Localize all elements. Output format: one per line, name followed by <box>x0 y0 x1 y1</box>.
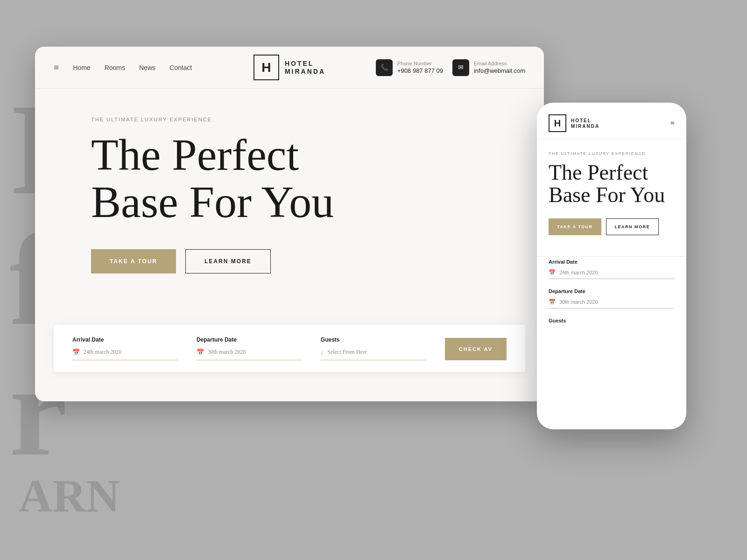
hero-buttons: TAKE A TOUR LEARN MORE <box>91 249 525 273</box>
mobile-title-line1: The Perfect <box>549 161 648 184</box>
hamburger-icon[interactable]: ≡ <box>54 62 59 73</box>
email-icon: ✉ <box>452 59 469 76</box>
phone-contact: 📞 Phone Number +908 987 877 09 <box>376 59 443 76</box>
logo-text: HOTEL MIRANDA <box>285 60 325 75</box>
desktop-mockup: ≡ Home Rooms News Contact H HOTEL MIRAND… <box>35 47 544 401</box>
departure-calendar-icon: 📅 <box>197 349 204 356</box>
logo-hotel: HOTEL <box>285 60 325 68</box>
guests-down-icon: ↓ <box>321 349 324 356</box>
take-tour-button[interactable]: TAKE A TOUR <box>91 249 176 273</box>
nav-contact[interactable]: Contact <box>169 64 192 71</box>
desktop-hero: THE ULTIMATE LUXURY EXPERIENCE The Perfe… <box>35 89 544 325</box>
mobile-guests-label: Guests <box>549 318 675 323</box>
hero-title: The Perfect Base For You <box>91 132 525 226</box>
mobile-hero-title: The Perfect Base For You <box>549 161 675 207</box>
mobile-departure-field: Departure Date 📅 30th march 2020 <box>549 288 675 308</box>
guests-label: Guests <box>321 336 426 343</box>
nav-news[interactable]: News <box>139 64 155 71</box>
arrival-label: Arrival Date <box>72 336 178 343</box>
phone-label: Phone Number <box>397 61 443 66</box>
guests-input-wrapper[interactable]: ↓ Select From Here <box>321 349 426 360</box>
phone-value: +908 987 877 09 <box>397 67 443 74</box>
desktop-logo: H HOTEL MIRANDA <box>254 55 325 80</box>
mobile-departure-calendar-icon: 📅 <box>549 299 556 305</box>
mobile-arrival-field: Arrival Date 📅 24th march 2020 <box>549 259 675 279</box>
arrival-input-wrapper[interactable]: 📅 24th march 2020 <box>72 349 178 360</box>
desktop-nav: Home Rooms News Contact <box>73 64 192 71</box>
mobile-header: H HOTEL MIRANDA ≡ <box>537 103 686 140</box>
departure-field: Departure Date 📅 30th march 2020 <box>197 336 302 360</box>
mobile-logo-hotel: HOTEL <box>571 118 599 124</box>
mobile-hero-subtitle: THE ULTIMATE LUXURY EXPERIENCE <box>549 151 675 156</box>
email-info: Email Address info@webmail.com <box>474 61 525 75</box>
mobile-arrival-value: 24th march 2020 <box>559 270 598 275</box>
mobile-hero-buttons: TAKE A TOUR LEARN MORE <box>549 218 675 235</box>
email-value: info@webmail.com <box>474 67 525 74</box>
email-label: Email Address <box>474 61 525 66</box>
mobile-logo-text: HOTEL MIRANDA <box>571 118 599 129</box>
logo-miranda: MIRANDA <box>285 68 325 75</box>
mobile-booking: Arrival Date 📅 24th march 2020 Departure… <box>537 259 686 323</box>
mobile-arrival-label: Arrival Date <box>549 259 675 265</box>
hero-subtitle: THE ULTIMATE LUXURY EXPERIENCE <box>91 117 525 122</box>
arrival-calendar-icon: 📅 <box>72 349 80 356</box>
arrival-field: Arrival Date 📅 24th march 2020 <box>72 336 178 360</box>
mobile-divider <box>537 256 686 257</box>
nav-rooms[interactable]: Rooms <box>105 64 125 71</box>
mobile-logo-miranda: MIRANDA <box>571 124 599 129</box>
departure-input-wrapper[interactable]: 📅 30th march 2020 <box>197 349 302 360</box>
phone-icon: 📞 <box>376 59 393 76</box>
mobile-learn-more-button[interactable]: LEARN MORE <box>606 218 659 235</box>
mobile-take-tour-button[interactable]: TAKE A TOUR <box>549 218 601 235</box>
mobile-departure-value: 30th march 2020 <box>559 299 598 305</box>
mobile-departure-label: Departure Date <box>549 288 675 294</box>
bg-text-arn: ARN <box>19 469 120 523</box>
mobile-departure-input[interactable]: 📅 30th march 2020 <box>549 299 675 308</box>
mobile-guests-field: Guests <box>549 318 675 323</box>
mobile-title-line2: Base For You <box>549 183 665 207</box>
departure-label: Departure Date <box>197 336 302 343</box>
logo-h-box: H <box>254 55 279 80</box>
header-contact: 📞 Phone Number +908 987 877 09 ✉ Email A… <box>376 59 525 76</box>
nav-home[interactable]: Home <box>73 64 90 71</box>
mobile-mockup: H HOTEL MIRANDA ≡ THE ULTIMATE LUXURY EX… <box>537 103 686 429</box>
email-contact: ✉ Email Address info@webmail.com <box>452 59 525 76</box>
booking-bar: Arrival Date 📅 24th march 2020 Departure… <box>54 325 525 372</box>
mobile-arrival-input[interactable]: 📅 24th march 2020 <box>549 269 675 279</box>
guests-field: Guests ↓ Select From Here <box>321 336 426 360</box>
mobile-hamburger-icon[interactable]: ≡ <box>670 119 675 127</box>
desktop-header: ≡ Home Rooms News Contact H HOTEL MIRAND… <box>35 47 544 89</box>
phone-info: Phone Number +908 987 877 09 <box>397 61 443 75</box>
mobile-hero: THE ULTIMATE LUXURY EXPERIENCE The Perfe… <box>537 140 686 256</box>
hero-title-line2: Base For You <box>91 177 334 227</box>
hero-title-line1: The Perfect <box>91 130 299 180</box>
mobile-arrival-calendar-icon: 📅 <box>549 269 556 276</box>
departure-value: 30th march 2020 <box>208 349 246 356</box>
guests-placeholder: Select From Here <box>327 349 367 356</box>
learn-more-button[interactable]: LEARN MORE <box>185 249 271 273</box>
check-availability-button[interactable]: CHECK AV <box>445 338 507 360</box>
mobile-logo-h: H <box>549 114 566 132</box>
arrival-value: 24th march 2020 <box>84 349 121 356</box>
